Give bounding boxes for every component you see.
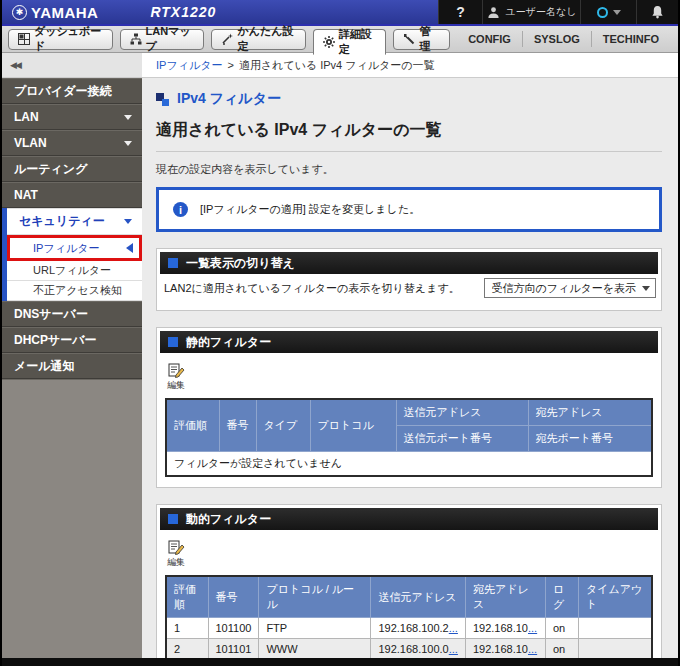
- static-filter-table: 評価順 番号 タイプ プロトコル 送信元アドレス 宛先アドレス 送信元ポート番号…: [165, 398, 653, 477]
- cell-number: 101101: [208, 639, 259, 659]
- gear-icon: [323, 36, 335, 48]
- page-heading: 適用されている IPv4 フィルターの一覧: [156, 120, 662, 141]
- sidebar-item-label: セキュリティー: [19, 213, 105, 230]
- dst-more-link[interactable]: ...: [528, 643, 537, 655]
- sidebar-filler: [2, 379, 142, 658]
- sidebar-item-mail-notification[interactable]: メール通知: [2, 353, 142, 379]
- sidebar-item-nat[interactable]: NAT: [2, 182, 142, 208]
- col-number: 番号: [219, 399, 256, 452]
- filter-direction-select[interactable]: 受信方向のフィルターを表示: [484, 278, 656, 298]
- dynamic-filter-table: 評価順 番号 プロトコル / ルール 送信元アドレス 宛先アドレス ログ タイム…: [165, 575, 653, 658]
- breadcrumb: IPフィルター > 適用されている IPv4 フィルターの一覧: [142, 53, 678, 77]
- col-type: タイプ: [256, 399, 310, 452]
- management-button[interactable]: 管 理: [393, 29, 450, 50]
- empty-message: フィルターが設定されていません: [166, 452, 652, 477]
- sidebar-item-security[interactable]: セキュリティー: [7, 208, 142, 235]
- section-title: 動的フィルター: [186, 511, 271, 528]
- sidebar-item-label: LAN: [14, 110, 39, 124]
- model-name: RTX1220: [150, 4, 216, 20]
- col-log: ログ: [545, 576, 578, 618]
- sidebar-security-group: セキュリティー IPフィルター URLフィルター 不正アクセス検知: [2, 208, 142, 301]
- divider: [156, 151, 662, 152]
- lan-map-button[interactable]: LANマップ: [120, 29, 205, 50]
- chevron-down-icon: [124, 115, 132, 120]
- col-number: 番号: [208, 576, 259, 618]
- brand-name: YAMAHA: [31, 4, 98, 21]
- src-more-link[interactable]: ...: [449, 643, 458, 655]
- col-protocol: プロトコル / ルール: [259, 576, 371, 618]
- sidebar-subitem-url-filter[interactable]: URLフィルター: [7, 261, 142, 281]
- breadcrumb-link[interactable]: IPフィルター: [156, 58, 222, 73]
- section-square-icon: [168, 337, 178, 347]
- list-switch-header: 一覧表示の切り替え: [160, 252, 658, 274]
- yamaha-logo: ✱ YAMAHA: [12, 4, 98, 21]
- brand-area: ✱ YAMAHA RTX1220: [2, 0, 438, 24]
- cell-order: 1: [166, 618, 208, 639]
- sidebar-collapse-button[interactable]: ◀◀: [2, 53, 142, 77]
- sidebar-subitem-label: 不正アクセス検知: [33, 283, 122, 298]
- router-admin-window: ✱ YAMAHA RTX1220 ? ユーザー名なし: [0, 0, 680, 666]
- top-right-controls: ? ユーザー名なし: [438, 0, 678, 24]
- col-dst-port: 宛先ポート番号: [528, 426, 652, 452]
- wrench-icon: [403, 33, 415, 45]
- col-timeout: タイムアウト: [578, 576, 652, 618]
- switch-description: LAN2に適用されているフィルターの表示を切り替えます。: [164, 281, 460, 296]
- cell-src-addr: 192.168.100.0...: [371, 639, 466, 659]
- chevron-down-icon: [124, 219, 132, 224]
- sidebar-subitem-label: IPフィルター: [33, 241, 99, 256]
- col-protocol: プロトコル: [310, 399, 396, 452]
- syslog-link[interactable]: SYSLOG: [522, 31, 591, 47]
- list-switch-section: 一覧表示の切り替え LAN2に適用されているフィルターの表示を切り替えます。 受…: [156, 248, 662, 311]
- sidebar-item-lan[interactable]: LAN: [2, 104, 142, 130]
- status-ring-icon: [597, 7, 608, 18]
- dst-addr-text: 192.168.10: [473, 643, 528, 655]
- dst-more-link[interactable]: ...: [528, 622, 537, 634]
- sidebar-item-label: DHCPサーバー: [14, 332, 97, 349]
- cell-log: on: [545, 618, 578, 639]
- sidebar-item-dns-server[interactable]: DNSサーバー: [2, 301, 142, 327]
- magic-wand-icon: [221, 33, 233, 45]
- col-src-addr: 送信元アドレス: [371, 576, 466, 618]
- edit-icon: [168, 363, 185, 378]
- sidebar-subitem-ip-filter-selected[interactable]: IPフィルター: [7, 235, 142, 261]
- help-button[interactable]: ?: [438, 0, 482, 24]
- status-dropdown[interactable]: [580, 0, 636, 24]
- sidebar-subitem-intrusion-detection[interactable]: 不正アクセス検知: [7, 281, 142, 301]
- chevron-down-icon: [124, 141, 132, 146]
- sidebar-item-vlan[interactable]: VLAN: [2, 130, 142, 156]
- sidebar-item-dhcp-server[interactable]: DHCPサーバー: [2, 327, 142, 353]
- info-icon: i: [173, 202, 188, 217]
- dynamic-filter-section: 動的フィルター 編集 評価順 番号 プロトコル / ルー: [156, 504, 662, 658]
- user-icon: [487, 6, 500, 19]
- detailed-settings-tab[interactable]: 詳細設定: [313, 29, 387, 55]
- dashboard-icon: [18, 33, 30, 45]
- detailed-settings-label: 詳細設定: [339, 27, 377, 57]
- page-title: IPv4 フィルター: [156, 90, 662, 108]
- chevron-down-icon: [642, 286, 650, 291]
- easy-setup-button[interactable]: かんたん設定: [211, 29, 305, 50]
- edit-label: 編集: [167, 379, 185, 392]
- techinfo-link[interactable]: TECHINFO: [591, 31, 670, 47]
- col-order: 評価順: [166, 576, 208, 618]
- src-more-link[interactable]: ...: [449, 622, 458, 634]
- breadcrumb-current: 適用されている IPv4 フィルターの一覧: [239, 58, 435, 73]
- sidebar-item-routing[interactable]: ルーティング: [2, 156, 142, 182]
- double-left-arrow-icon: ◀◀: [10, 60, 20, 70]
- config-link[interactable]: CONFIG: [457, 31, 522, 47]
- user-menu[interactable]: ユーザー名なし: [482, 0, 580, 24]
- cell-src-addr: 192.168.100.2...: [371, 618, 466, 639]
- static-edit-button[interactable]: 編集: [167, 363, 185, 392]
- col-order: 評価順: [166, 399, 219, 452]
- sidebar-subitem-label: URLフィルター: [33, 263, 111, 278]
- notifications-button[interactable]: [636, 0, 678, 24]
- section-square-icon: [168, 258, 178, 268]
- dashboard-button[interactable]: ダッシュボード: [8, 29, 113, 50]
- dynamic-edit-button[interactable]: 編集: [167, 540, 185, 569]
- management-label: 管 理: [419, 24, 440, 54]
- dashboard-label: ダッシュボード: [34, 24, 103, 54]
- sidebar-item-provider[interactable]: プロバイダー接続: [2, 78, 142, 104]
- toolbar-links: CONFIG SYSLOG TECHINFO: [457, 26, 670, 52]
- sidebar-nav: プロバイダー接続 LAN VLAN ルーティング NAT セキュリティー: [2, 78, 142, 658]
- cell-protocol: WWW: [259, 639, 371, 659]
- notice-text: [IPフィルターの適用] 設定を変更しました。: [200, 202, 420, 217]
